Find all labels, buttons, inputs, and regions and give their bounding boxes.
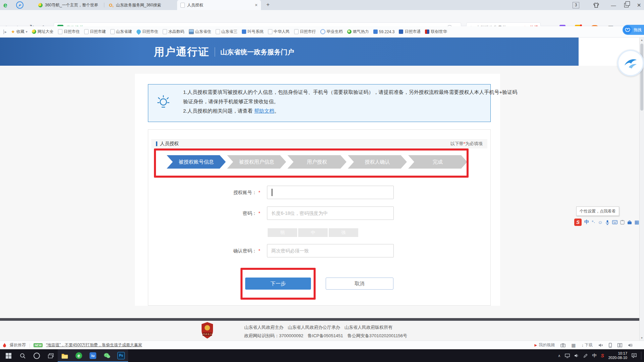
photoshop-icon: Ps	[117, 352, 125, 359]
scrollbar-thumb[interactable]	[640, 44, 643, 111]
flame-icon	[3, 343, 6, 347]
tab-360-nav[interactable]: 360导航_一个主页，整个世界	[35, 0, 103, 10]
site-header	[0, 38, 639, 66]
sogou-logo-icon[interactable]: S	[574, 219, 582, 226]
baidu-netdisk-hint[interactable]: 拖拽	[623, 25, 644, 35]
ime-mode-chinese[interactable]: 中	[584, 219, 589, 225]
bookmark-item[interactable]: 燃气热力	[347, 29, 369, 35]
mute-speaker-icon[interactable]	[598, 343, 603, 347]
taskbar-search-button[interactable]	[15, 349, 30, 362]
ime-settings-tooltip[interactable]: 个性设置，点我看看	[576, 206, 619, 216]
my-video-button[interactable]: ▶我的视频	[535, 342, 555, 348]
strength-medium: 中	[298, 228, 328, 237]
intranet-icon	[373, 29, 378, 34]
display-icon[interactable]	[565, 354, 570, 358]
lianchuang-icon	[425, 29, 429, 34]
bookmark-item[interactable]: 山东省建	[110, 29, 132, 35]
bookmark-item[interactable]: 叫号系统	[242, 29, 264, 35]
ime-punctuation-icon[interactable]: °·	[592, 220, 595, 225]
show-desktop-button[interactable]	[641, 352, 642, 360]
bookmark-item[interactable]: 水晶数码	[163, 29, 184, 35]
notification-center-icon[interactable]	[632, 353, 637, 358]
volume-icon[interactable]	[628, 343, 633, 347]
step-user-info: 被授权用户信息	[227, 155, 286, 169]
bookmark-item[interactable]: 联创世华	[425, 29, 447, 35]
split-screen-icon[interactable]	[618, 343, 622, 347]
ime-clipboard-icon[interactable]	[620, 220, 625, 225]
nav-compass-icon[interactable]	[16, 1, 23, 9]
task-view-icon	[48, 353, 54, 358]
account-input[interactable]	[267, 186, 394, 199]
iu-app-button[interactable]: iu	[86, 349, 100, 362]
tray-volume-icon[interactable]	[574, 354, 579, 358]
tray-ime-mode[interactable]: 中	[592, 353, 596, 359]
sogou-ime-bar[interactable]: S 中 °· ☺ ▦	[574, 219, 639, 226]
new-badge: NEW	[34, 343, 43, 347]
close-window-button[interactable]: ×	[633, 0, 644, 10]
cortana-icon	[34, 353, 40, 359]
next-step-button[interactable]: 下一步	[245, 278, 311, 290]
tab-personnel-auth-active[interactable]: 人员授权 ×	[177, 0, 261, 10]
help-doc-link[interactable]: 帮助文档	[254, 108, 274, 114]
vertical-scrollbar[interactable]: ▲ ▼	[639, 38, 644, 341]
skin-button[interactable]	[590, 0, 602, 10]
bookmark-item[interactable]: 山东省住	[189, 29, 211, 35]
taskbar-clock[interactable]: 10:172020-08-10	[608, 351, 627, 360]
task-view-button[interactable]	[44, 349, 58, 362]
ime-keyboard-icon[interactable]	[612, 220, 618, 224]
confirm-password-input[interactable]	[267, 244, 394, 257]
download-button[interactable]: ↓下载	[582, 342, 593, 348]
footer-divider-strip	[0, 318, 639, 321]
tab-sd-search[interactable]: O, 山东政务服务网_360搜索	[106, 0, 175, 10]
promo-label[interactable]: 爆款推荐	[10, 342, 26, 348]
tab-close-icon[interactable]: ×	[255, 2, 258, 8]
netdisk-logo-icon	[623, 25, 632, 34]
bookmark-item[interactable]: 日照市建	[84, 29, 106, 35]
bookmark-item[interactable]: 中华人民	[268, 29, 290, 35]
browser-360-button[interactable]: e	[72, 349, 86, 362]
bookmark-item[interactable]: 59.224.3	[373, 29, 395, 34]
bookmark-item[interactable]: 毕业生档	[320, 29, 343, 35]
wechat-button[interactable]	[100, 349, 114, 362]
step-wizard: 被授权账号信息 被授权用户信息 用户授权 授权人确认 完成	[167, 155, 472, 169]
camera-icon[interactable]	[560, 343, 566, 347]
new-tab-button[interactable]: +	[266, 1, 270, 8]
file-explorer-button[interactable]	[58, 349, 72, 362]
aishandong-logo[interactable]	[617, 50, 644, 76]
news-ticker-link[interactable]: “地雷毯”，不要4500万打胎费，靠偷生孩子成最大赢家	[46, 342, 142, 348]
cortana-button[interactable]	[30, 349, 44, 362]
cancel-button[interactable]: 取消	[326, 278, 393, 290]
tab-favicon-360nav-icon	[38, 3, 43, 7]
bookmark-favorites[interactable]: ★收藏▾	[11, 29, 28, 35]
windows-logo-icon	[6, 353, 11, 359]
password-input[interactable]	[267, 206, 394, 220]
bookmark-item[interactable]: 网址大全	[32, 29, 54, 35]
extensions-grid-icon[interactable]: ▦	[571, 343, 576, 348]
bookmark-item[interactable]: 日照市住	[137, 29, 158, 35]
ime-skin-grid-icon[interactable]: ▦	[635, 219, 639, 225]
start-button[interactable]	[1, 349, 15, 362]
bookmark-item[interactable]: 日照市通	[399, 29, 421, 35]
mobile-icon[interactable]	[609, 343, 612, 348]
bookmark-item[interactable]: 山东省三	[216, 29, 237, 35]
minimize-button[interactable]: —	[608, 0, 619, 10]
browser-360-logo-icon[interactable]: e	[3, 1, 7, 9]
bookmark-item[interactable]: 日照市行	[294, 29, 316, 35]
ime-toolbox-icon[interactable]	[627, 220, 632, 225]
emblem-shield-icon	[201, 322, 214, 339]
tray-sogou-icon[interactable]: S	[601, 353, 604, 358]
scroll-up-icon[interactable]: ▲	[640, 39, 644, 42]
pen-icon[interactable]	[583, 354, 588, 358]
ime-mic-icon[interactable]	[605, 220, 609, 225]
restore-button[interactable]	[621, 0, 632, 10]
rizhao-portal-icon	[399, 29, 403, 34]
expand-sidebar-icon[interactable]: ▸	[3, 29, 7, 34]
tab-count-badge[interactable]: 3	[570, 0, 582, 10]
photoshop-button[interactable]: Ps	[114, 349, 128, 362]
tab-title: 360导航_一个主页，整个世界	[45, 2, 100, 8]
scroll-down-icon[interactable]: ▼	[640, 337, 644, 340]
page-icon	[84, 29, 89, 34]
ime-emoji-icon[interactable]: ☺	[598, 220, 602, 225]
hidden-icons-chevron[interactable]: ∧	[558, 354, 560, 358]
bookmark-item[interactable]: 日照市住	[58, 29, 80, 35]
